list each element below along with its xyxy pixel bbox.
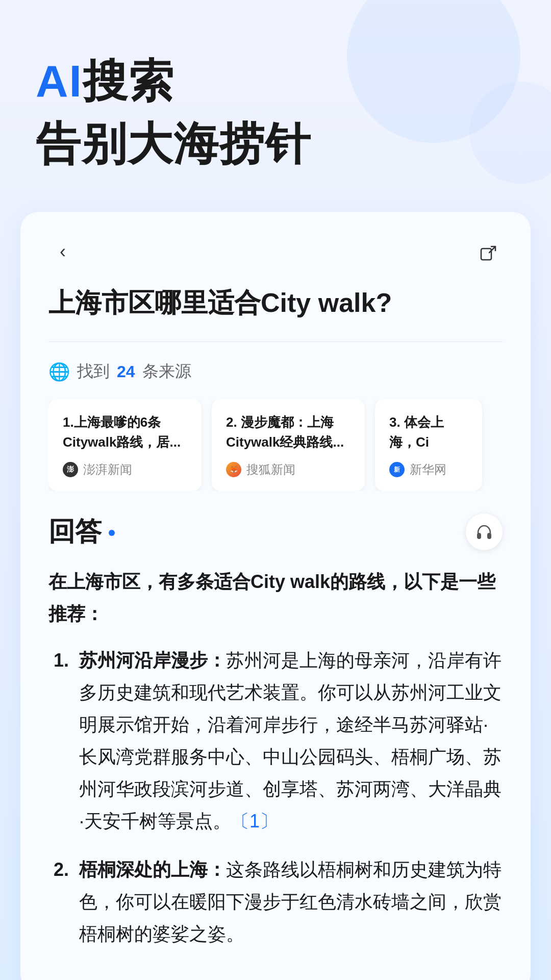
headphone-icon	[474, 522, 494, 542]
source-name-2: 搜狐新闻	[246, 461, 295, 478]
ref-link-1[interactable]: 〔1〕	[231, 811, 278, 831]
title-line-1: AI 搜索	[36, 51, 515, 112]
item-title-1: 苏州河沿岸漫步：	[79, 650, 226, 671]
answer-label: 回答	[48, 514, 102, 550]
source-card-2-title: 2. 漫步魔都：上海Citywalk经典路线...	[226, 412, 350, 452]
source-suffix: 条来源	[142, 360, 191, 383]
source-count: 24	[117, 362, 135, 381]
source-card-1-meta: 澎 澎湃新闻	[63, 461, 187, 478]
back-button[interactable]: ‹	[48, 237, 77, 266]
source-cards-container: 1.上海最嗲的6条Citywalk路线，居... 澎 澎湃新闻 2. 漫步魔都：…	[48, 399, 503, 491]
answer-content: 在上海市区，有多条适合City walk的路线，以下是一些推荐： 1. 苏州河沿…	[48, 566, 503, 950]
source-card-1-title: 1.上海最嗲的6条Citywalk路线，居...	[63, 412, 187, 452]
answer-title-wrap: 回答	[48, 514, 115, 550]
source-prefix: 找到	[77, 360, 110, 383]
main-card: ‹ 上海市区哪里适合City walk? 🌐 找到 24 条来源 1.上海最嗲的…	[20, 212, 531, 980]
answer-section: 回答 在上海市区，有多条适合City walk的路线，以下是一些推荐： 1. 苏…	[48, 513, 503, 950]
source-name-1: 澎湃新闻	[83, 461, 132, 478]
source-card-3[interactable]: 3. 体会上海，Ci 新 新华网	[375, 399, 482, 491]
item-title-2: 梧桐深处的上海：	[79, 859, 226, 880]
svg-rect-0	[481, 249, 491, 260]
answer-intro: 在上海市区，有多条适合City walk的路线，以下是一些推荐：	[48, 566, 503, 630]
card-header: ‹	[48, 237, 503, 266]
svg-rect-1	[477, 533, 481, 539]
subtitle: 告别大海捞针	[36, 117, 515, 171]
search-label: 搜索	[83, 51, 174, 112]
question-title: 上海市区哪里适合City walk?	[48, 284, 503, 322]
source-card-3-title: 3. 体会上海，Ci	[389, 412, 468, 452]
answer-item-2: 2. 梧桐深处的上海：这条路线以梧桐树和历史建筑为特色，你可以在暖阳下漫步于红色…	[48, 853, 503, 950]
divider	[48, 341, 503, 342]
share-button[interactable]	[474, 237, 503, 266]
item-number-1: 1.	[48, 644, 69, 837]
source-card-2-meta: 🦊 搜狐新闻	[226, 461, 350, 478]
source-card-1[interactable]: 1.上海最嗲的6条Citywalk路线，居... 澎 澎湃新闻	[48, 399, 202, 491]
answer-list: 1. 苏州河沿岸漫步：苏州河是上海的母亲河，沿岸有许多历史建筑和现代艺术装置。你…	[48, 644, 503, 950]
source-logo-3: 新	[389, 462, 405, 477]
svg-rect-2	[487, 533, 491, 539]
source-logo-2: 🦊	[226, 462, 241, 477]
source-name-3: 新华网	[410, 461, 446, 478]
item-number-2: 2.	[48, 853, 69, 950]
item-content-1: 苏州河沿岸漫步：苏州河是上海的母亲河，沿岸有许多历史建筑和现代艺术装置。你可以从…	[79, 644, 503, 837]
item-body-1: 苏州河是上海的母亲河，沿岸有许多历史建筑和现代艺术装置。你可以从苏州河工业文明展…	[79, 650, 502, 831]
answer-indicator	[109, 530, 115, 536]
globe-icon: 🌐	[48, 361, 70, 382]
header-section: AI 搜索 告别大海捞针	[0, 0, 551, 202]
answer-header: 回答	[48, 513, 503, 550]
ai-label: AI	[36, 55, 83, 107]
audio-button[interactable]	[466, 513, 503, 550]
source-logo-1: 澎	[63, 462, 78, 477]
share-icon	[478, 241, 498, 262]
source-card-2[interactable]: 2. 漫步魔都：上海Citywalk经典路线... 🦊 搜狐新闻	[212, 399, 365, 491]
answer-item-1: 1. 苏州河沿岸漫步：苏州河是上海的母亲河，沿岸有许多历史建筑和现代艺术装置。你…	[48, 644, 503, 837]
item-content-2: 梧桐深处的上海：这条路线以梧桐树和历史建筑为特色，你可以在暖阳下漫步于红色清水砖…	[79, 853, 503, 950]
source-card-3-meta: 新 新华网	[389, 461, 468, 478]
source-row: 🌐 找到 24 条来源	[48, 360, 503, 383]
